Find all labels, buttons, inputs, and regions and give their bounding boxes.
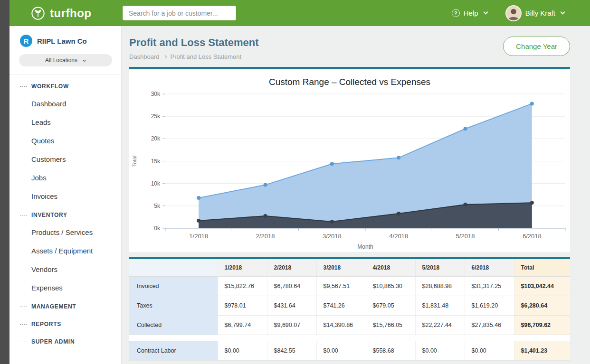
- table-spacer-row: [129, 335, 570, 341]
- nav-section-label: WORKFLOW: [31, 83, 69, 90]
- row-label: Taxes: [129, 296, 218, 316]
- total-cell: $6,280.64: [514, 296, 570, 316]
- value-cell: $10,865.30: [366, 277, 415, 296]
- value-cell: $0.00: [218, 341, 267, 361]
- table-row-invoiced: Invoiced$15,822.76$6,780.64$9,567.51$10,…: [129, 277, 570, 296]
- help-menu[interactable]: ? Help: [452, 9, 487, 17]
- table-row-taxes: Taxes$978.01$431.64$741.26$679.05$1,831.…: [129, 296, 570, 316]
- nav-section-inventory[interactable]: INVENTORY: [10, 205, 121, 223]
- svg-text:3/2018: 3/2018: [323, 233, 342, 240]
- column-header-3-2018: 3/2018: [316, 259, 366, 277]
- tree-branch-icon: [20, 324, 27, 325]
- svg-text:0k: 0k: [154, 225, 161, 232]
- sidebar: R RIIPL Lawn Co All Locations WORKFLOWDa…: [10, 26, 122, 364]
- tree-branch-icon: [20, 215, 27, 215]
- nav-section-super-admin[interactable]: SUPER ADMIN: [10, 332, 121, 350]
- breadcrumb: Dashboard Profit and Loss Statement: [129, 53, 259, 60]
- location-filter-label: All Locations: [45, 57, 77, 64]
- chevron-right-icon: [163, 55, 167, 58]
- sidebar-item-dashboard[interactable]: Dashboard: [10, 94, 121, 113]
- tree-branch-icon: [20, 342, 27, 342]
- profit-loss-table: 1/20182/20183/20184/20185/20186/2018Tota…: [129, 259, 570, 361]
- content-frame: R RIIPL Lawn Co All Locations WORKFLOWDa…: [10, 26, 590, 364]
- svg-text:25k: 25k: [151, 113, 161, 120]
- svg-text:5k: 5k: [154, 203, 161, 209]
- column-header-1-2018: 1/2018: [218, 259, 267, 277]
- row-label: Invoiced: [129, 277, 218, 296]
- nav-section-management[interactable]: MANAGEMENT: [10, 297, 121, 315]
- svg-text:10k: 10k: [151, 180, 161, 187]
- value-cell: $0.00: [465, 341, 514, 361]
- row-label: Contract Labor: [129, 341, 218, 361]
- value-cell: $6,780.64: [267, 277, 316, 296]
- top-bar: turfhop ? Help Billy Kraft: [10, 0, 590, 26]
- app-root: turfhop ? Help Billy Kraft: [10, 0, 590, 364]
- user-name: Billy Kraft: [525, 9, 555, 17]
- total-cell: $1,401.23: [514, 341, 570, 361]
- sidebar-item-assets-equipment[interactable]: Assets / Equipment: [10, 242, 121, 260]
- logo-text: turfhop: [50, 7, 91, 20]
- column-header-5-2018: 5/2018: [415, 259, 465, 277]
- chart-card: Custom Range – Collected vs Expenses 0k5…: [129, 67, 570, 252]
- location-filter[interactable]: All Locations: [19, 54, 112, 66]
- sidebar-item-expenses[interactable]: Expenses: [10, 279, 121, 297]
- nav-section-label: REPORTS: [31, 321, 61, 327]
- nav-section-workflow[interactable]: WORKFLOW: [10, 77, 121, 94]
- page-header: Profit and Loss Statement Dashboard Prof…: [129, 26, 570, 67]
- logo[interactable]: turfhop: [10, 6, 122, 20]
- sidebar-item-quotes[interactable]: Quotes: [10, 131, 121, 150]
- avatar-placeholder-icon: [506, 6, 521, 20]
- nav-section-label: INVENTORY: [31, 212, 67, 218]
- user-avatar: [505, 5, 522, 21]
- company-name: RIIPL Lawn Co: [37, 37, 87, 45]
- nav-section-reports[interactable]: REPORTS: [10, 315, 121, 332]
- sidebar-item-vendors[interactable]: Vendors: [10, 260, 121, 279]
- value-cell: $978.01: [218, 296, 267, 316]
- row-label: Collected: [129, 316, 218, 335]
- value-cell: $1,831.48: [415, 296, 465, 316]
- value-cell: $0.00: [316, 341, 366, 361]
- svg-text:1/2018: 1/2018: [189, 233, 208, 240]
- nav-section-label: MANAGEMENT: [31, 303, 76, 310]
- sidebar-item-products-services[interactable]: Products / Services: [10, 223, 121, 242]
- company-logo: R: [20, 35, 32, 47]
- company-header[interactable]: R RIIPL Lawn Co: [10, 26, 121, 47]
- svg-text:6/2018: 6/2018: [523, 233, 542, 240]
- sidebar-item-customers[interactable]: Customers: [10, 150, 121, 168]
- value-cell: $22,227.44: [415, 316, 465, 335]
- search-input[interactable]: [123, 6, 236, 20]
- chevron-down-icon: [483, 10, 488, 15]
- total-cell: $103,042.44: [514, 277, 570, 296]
- sidebar-item-invoices[interactable]: Invoices: [10, 187, 121, 205]
- breadcrumb-link-dashboard[interactable]: Dashboard: [129, 53, 160, 60]
- value-cell: $1,619.20: [465, 296, 514, 316]
- value-cell: $842.55: [267, 341, 316, 361]
- turfhop-logo-icon: [31, 6, 45, 20]
- table-header-row: 1/20182/20183/20184/20185/20186/2018Tota…: [129, 259, 570, 277]
- column-header-total: Total: [514, 259, 570, 277]
- tree-branch-icon: [20, 86, 27, 87]
- svg-text:15k: 15k: [151, 158, 161, 165]
- change-year-button[interactable]: Change Year: [503, 37, 570, 56]
- value-cell: $431.64: [267, 296, 316, 316]
- chevron-down-icon: [83, 58, 86, 61]
- topbar-right: ? Help Billy Kraft: [452, 5, 590, 21]
- sidebar-item-leads[interactable]: Leads: [10, 113, 121, 131]
- help-icon: ?: [452, 9, 460, 17]
- table-row-collected: Collected$6,799.74$9,690.07$14,390.86$15…: [129, 316, 570, 335]
- sidebar-item-jobs[interactable]: Jobs: [10, 168, 121, 187]
- value-cell: $15,822.76: [218, 277, 267, 296]
- column-header-4-2018: 4/2018: [366, 259, 415, 277]
- chart-title: Custom Range – Collected vs Expenses: [129, 77, 570, 87]
- profit-loss-area-chart: 0k5k10k15k20k25k30k1/20182/20183/20184/2…: [129, 88, 570, 252]
- value-cell: $15,766.05: [366, 316, 415, 335]
- page-title: Profit and Loss Statement: [129, 37, 259, 49]
- value-cell: $6,799.74: [218, 316, 267, 335]
- svg-text:5/2018: 5/2018: [456, 233, 475, 240]
- table-row-contract-labor: Contract Labor$0.00$842.55$0.00$558.68$0…: [129, 341, 570, 361]
- column-header-6-2018: 6/2018: [465, 259, 514, 277]
- svg-text:Total: Total: [132, 156, 137, 167]
- svg-text:2/2018: 2/2018: [256, 233, 275, 240]
- value-cell: $31,317.25: [465, 277, 514, 296]
- user-menu[interactable]: Billy Kraft: [505, 5, 564, 21]
